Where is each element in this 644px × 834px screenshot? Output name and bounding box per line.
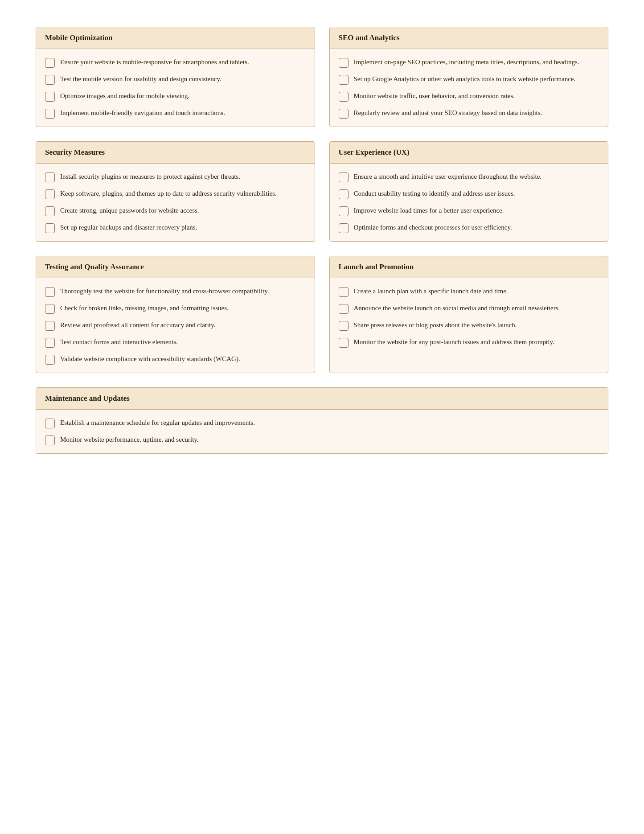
list-item: Test the mobile version for usability an… <box>45 74 306 85</box>
list-item: Monitor the website for any post-launch … <box>339 337 599 348</box>
card-testing-qa: Testing and Quality Assurance Thoroughly… <box>36 256 315 373</box>
card-header-security-measures: Security Measures <box>36 142 315 164</box>
checkbox[interactable] <box>45 355 55 365</box>
card-title-user-experience: User Experience (UX) <box>339 148 410 156</box>
list-item: Implement on-page SEO practices, includi… <box>339 57 599 68</box>
checkbox[interactable] <box>45 223 55 233</box>
checkbox[interactable] <box>339 304 349 314</box>
list-item: Create a launch plan with a specific lau… <box>339 286 599 297</box>
checkbox[interactable] <box>339 287 349 297</box>
item-text: Check for broken links, missing images, … <box>60 303 229 313</box>
list-item: Set up regular backups and disaster reco… <box>45 222 306 233</box>
item-text: Test the mobile version for usability an… <box>60 74 222 84</box>
checkbox[interactable] <box>339 75 349 85</box>
card-body-seo-analytics: Implement on-page SEO practices, includi… <box>330 49 608 127</box>
card-body-security-measures: Install security plugins or measures to … <box>36 164 315 241</box>
card-body-mobile-optimization: Ensure your website is mobile-responsive… <box>36 49 315 127</box>
card-title-mobile-optimization: Mobile Optimization <box>45 33 113 42</box>
checkbox[interactable] <box>45 58 55 68</box>
checkbox[interactable] <box>45 321 55 331</box>
card-header-testing-qa: Testing and Quality Assurance <box>36 256 315 278</box>
list-item: Optimize images and media for mobile vie… <box>45 91 306 102</box>
checkbox[interactable] <box>339 58 349 68</box>
item-text: Thoroughly test the website for function… <box>60 286 269 296</box>
list-item: Ensure a smooth and intuitive user exper… <box>339 172 599 182</box>
item-text: Set up regular backups and disaster reco… <box>60 222 197 233</box>
list-item: Monitor website traffic, user behavior, … <box>339 91 599 102</box>
checkbox[interactable] <box>45 75 55 85</box>
card-user-experience: User Experience (UX) Ensure a smooth and… <box>329 141 609 242</box>
item-text: Optimize forms and checkout processes fo… <box>354 222 512 233</box>
row-3: Testing and Quality Assurance Thoroughly… <box>36 256 608 373</box>
checkbox[interactable] <box>45 435 55 445</box>
card-title-security-measures: Security Measures <box>45 148 105 156</box>
list-item: Monitor website performance, uptime, and… <box>45 435 599 445</box>
checklist-seo-analytics: Implement on-page SEO practices, includi… <box>339 57 599 119</box>
checkbox[interactable] <box>339 92 349 102</box>
item-text: Install security plugins or measures to … <box>60 172 240 182</box>
checkbox[interactable] <box>45 287 55 297</box>
card-body-user-experience: Ensure a smooth and intuitive user exper… <box>330 164 608 241</box>
list-item: Test contact forms and interactive eleme… <box>45 337 306 348</box>
checkbox[interactable] <box>339 189 349 199</box>
checklist-security-measures: Install security plugins or measures to … <box>45 172 306 233</box>
card-mobile-optimization: Mobile Optimization Ensure your website … <box>36 27 315 127</box>
card-body-launch-promotion: Create a launch plan with a specific lau… <box>330 278 608 356</box>
card-seo-analytics: SEO and Analytics Implement on-page SEO … <box>329 27 609 127</box>
checklist-user-experience: Ensure a smooth and intuitive user exper… <box>339 172 599 233</box>
item-text: Regularly review and adjust your SEO str… <box>354 108 542 118</box>
list-item: Improve website load times for a better … <box>339 205 599 216</box>
checkbox[interactable] <box>45 419 55 428</box>
card-header-launch-promotion: Launch and Promotion <box>330 256 608 278</box>
item-text: Conduct usability testing to identify an… <box>354 189 515 199</box>
checkbox[interactable] <box>339 223 349 233</box>
checkbox[interactable] <box>45 173 55 182</box>
list-item: Install security plugins or measures to … <box>45 172 306 182</box>
item-text: Establish a maintenance schedule for reg… <box>60 418 255 428</box>
card-title-maintenance-updates: Maintenance and Updates <box>45 394 130 403</box>
list-item: Implement mobile-friendly navigation and… <box>45 108 306 119</box>
checkbox[interactable] <box>45 304 55 314</box>
item-text: Test contact forms and interactive eleme… <box>60 337 178 347</box>
checkbox[interactable] <box>339 173 349 182</box>
list-item: Validate website compliance with accessi… <box>45 354 306 365</box>
card-header-user-experience: User Experience (UX) <box>330 142 608 164</box>
item-text: Create strong, unique passwords for webs… <box>60 205 199 216</box>
checkbox[interactable] <box>45 109 55 119</box>
item-text: Monitor website traffic, user behavior, … <box>354 91 515 101</box>
checklist-mobile-optimization: Ensure your website is mobile-responsive… <box>45 57 306 119</box>
card-maintenance-updates: Maintenance and Updates Establish a main… <box>36 387 608 454</box>
item-text: Create a launch plan with a specific lau… <box>354 286 508 296</box>
card-body-testing-qa: Thoroughly test the website for function… <box>36 278 315 373</box>
checkbox[interactable] <box>45 92 55 102</box>
item-text: Improve website load times for a better … <box>354 205 504 216</box>
list-item: Create strong, unique passwords for webs… <box>45 205 306 216</box>
checklist-maintenance-updates: Establish a maintenance schedule for reg… <box>45 418 599 445</box>
card-title-launch-promotion: Launch and Promotion <box>339 263 414 271</box>
list-item: Check for broken links, missing images, … <box>45 303 306 314</box>
row-2: Security Measures Install security plugi… <box>36 141 608 242</box>
checkbox[interactable] <box>339 206 349 216</box>
item-text: Monitor website performance, uptime, and… <box>60 435 199 445</box>
card-header-seo-analytics: SEO and Analytics <box>330 27 608 49</box>
checkbox[interactable] <box>45 338 55 348</box>
checkbox[interactable] <box>339 338 349 348</box>
list-item: Regularly review and adjust your SEO str… <box>339 108 599 119</box>
item-text: Ensure your website is mobile-responsive… <box>60 57 249 67</box>
checkbox[interactable] <box>45 206 55 216</box>
list-item: Conduct usability testing to identify an… <box>339 189 599 199</box>
checkbox[interactable] <box>339 109 349 119</box>
card-title-seo-analytics: SEO and Analytics <box>339 33 400 42</box>
item-text: Monitor the website for any post-launch … <box>354 337 554 347</box>
checkbox[interactable] <box>339 321 349 331</box>
item-text: Implement on-page SEO practices, includi… <box>354 57 579 67</box>
item-text: Announce the website launch on social me… <box>354 303 560 313</box>
card-header-mobile-optimization: Mobile Optimization <box>36 27 315 49</box>
item-text: Share press releases or blog posts about… <box>354 320 517 330</box>
list-item: Optimize forms and checkout processes fo… <box>339 222 599 233</box>
checkbox[interactable] <box>45 189 55 199</box>
list-item: Ensure your website is mobile-responsive… <box>45 57 306 68</box>
list-item: Review and proofread all content for acc… <box>45 320 306 331</box>
item-text: Validate website compliance with accessi… <box>60 354 240 364</box>
card-body-maintenance-updates: Establish a maintenance schedule for reg… <box>36 410 608 453</box>
